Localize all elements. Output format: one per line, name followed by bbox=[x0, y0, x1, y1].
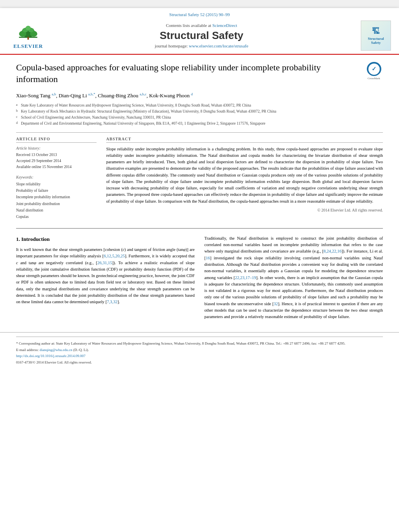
kw-prob-failure: Probability of failure bbox=[16, 187, 97, 194]
authors-line: Xiao-Song Tang a,b, Dian-Qing Li a,b,*, … bbox=[16, 92, 383, 99]
page: Structural Safety 52 (2015) 90–99 ELSEVI… bbox=[0, 8, 399, 532]
footnote-divider bbox=[16, 337, 383, 337]
body-para-2: Traditionally, the Nataf distribution is… bbox=[204, 235, 383, 320]
abstract-label: ABSTRACT bbox=[106, 137, 383, 143]
affil-b: b Key Laboratory of Rock Mechanics in Hy… bbox=[16, 109, 383, 114]
journal-homepage: journal homepage: www.elsevier.com/locat… bbox=[48, 43, 355, 48]
corresponding-footnote: * Corresponding author at: State Key Lab… bbox=[16, 341, 383, 347]
elsevier-logo: ELSEVIER bbox=[8, 22, 48, 49]
issn-footnote: 0167-4730/© 2014 Elsevier Ltd. All right… bbox=[16, 360, 383, 366]
ss-logo-text: StructuralSafety bbox=[368, 37, 384, 45]
sciencedirect-link[interactable]: ScienceDirect bbox=[212, 23, 237, 28]
kw-slope-reliability: Slope reliability bbox=[16, 181, 97, 187]
journal-top-row: ELSEVIER Contents lists available at Sci… bbox=[8, 18, 391, 54]
affiliations: a State Key Laboratory of Water Resource… bbox=[16, 103, 383, 127]
ss-logo-box: 🏗 StructuralSafety bbox=[361, 21, 391, 51]
divider-1 bbox=[16, 132, 383, 133]
article-history: Article history: Received 13 October 201… bbox=[16, 146, 97, 170]
body-para-1: It is well known that the shear strength… bbox=[16, 246, 195, 305]
body-two-col: 1. Introduction It is well known that th… bbox=[16, 235, 383, 324]
body-divider bbox=[16, 228, 383, 229]
article-info-col: ARTICLE INFO Article history: Received 1… bbox=[16, 137, 97, 220]
keywords-label: Keywords: bbox=[16, 175, 97, 179]
journal-center: Contents lists available at ScienceDirec… bbox=[48, 23, 355, 48]
accepted-date: Accepted 29 September 2014 bbox=[16, 158, 97, 164]
footnotes: * Corresponding author at: State Key Lab… bbox=[0, 332, 399, 365]
journal-logo-right: 🏗 StructuralSafety bbox=[355, 21, 391, 51]
body-col-right: Traditionally, the Nataf distribution is… bbox=[204, 235, 383, 324]
crossmark: ✓ CrossMark bbox=[365, 62, 383, 80]
available-date: Available online 15 November 2014 bbox=[16, 164, 97, 170]
journal-ref: Structural Safety 52 (2015) 90–99 bbox=[8, 12, 391, 17]
body-col-left: 1. Introduction It is well known that th… bbox=[16, 235, 195, 324]
contents-line: Contents lists available at ScienceDirec… bbox=[48, 23, 355, 28]
section1-heading: 1. Introduction bbox=[16, 235, 195, 243]
article-title: Copula-based approaches for evaluating s… bbox=[16, 62, 346, 85]
article-info-label: ARTICLE INFO bbox=[16, 137, 97, 143]
paper-content: Copula-based approaches for evaluating s… bbox=[0, 55, 399, 332]
homepage-url[interactable]: www.elsevier.com/locate/strusafe bbox=[189, 43, 249, 48]
doi-footnote: http://dx.doi.org/10.1016/j.strusafe.201… bbox=[16, 353, 383, 359]
journal-header: Structural Safety 52 (2015) 90–99 ELSEVI… bbox=[0, 8, 399, 55]
affil-a: a State Key Laboratory of Water Resource… bbox=[16, 103, 383, 108]
elsevier-tree-icon bbox=[16, 22, 40, 42]
journal-title: Structural Safety bbox=[48, 29, 355, 42]
kw-nataf: Nataf distribution bbox=[16, 207, 97, 214]
elsevier-label: ELSEVIER bbox=[13, 43, 43, 49]
kw-joint: Joint probability distribution bbox=[16, 201, 97, 207]
crossmark-inner: ✓ bbox=[368, 64, 380, 75]
abstract-copyright: © 2014 Elsevier Ltd. All rights reserved… bbox=[106, 208, 383, 212]
kw-incomplete: Incomplete probability information bbox=[16, 194, 97, 200]
abstract-col: ABSTRACT Slope reliability under incompl… bbox=[106, 137, 383, 220]
history-label: Article history: bbox=[16, 146, 97, 150]
abstract-text: Slope reliability under incomplete proba… bbox=[106, 146, 383, 205]
crossmark-circle: ✓ bbox=[367, 62, 381, 76]
received-date: Received 13 October 2013 bbox=[16, 152, 97, 158]
svg-rect-4 bbox=[27, 37, 29, 39]
affil-d: d Department of Civil and Environmental … bbox=[16, 121, 383, 126]
kw-copulas: Copulas bbox=[16, 214, 97, 220]
email-footnote: E-mail address: dianqing@whu.edu.cn (D.-… bbox=[16, 347, 383, 353]
crossmark-label: CrossMark bbox=[368, 77, 380, 80]
article-title-section: Copula-based approaches for evaluating s… bbox=[16, 62, 383, 88]
svg-point-7 bbox=[26, 26, 31, 30]
ss-logo-icon: 🏗 bbox=[372, 27, 380, 36]
keywords-section: Keywords: Slope reliability Probability … bbox=[16, 175, 97, 220]
info-abstract-cols: ARTICLE INFO Article history: Received 1… bbox=[16, 137, 383, 220]
affil-c: c School of Civil Engineering and Archit… bbox=[16, 115, 383, 120]
